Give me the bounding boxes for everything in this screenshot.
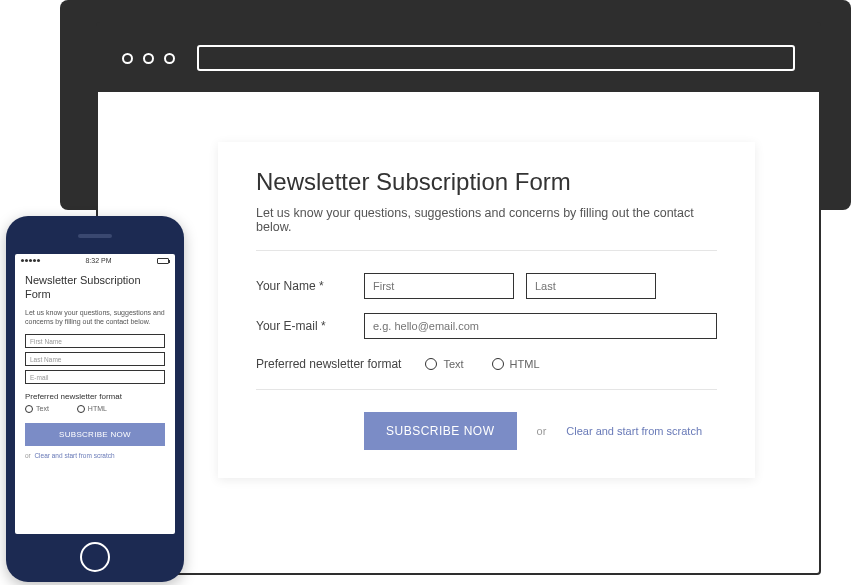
phone-last-name-input[interactable]: Last Name xyxy=(25,352,165,366)
phone-format-label: Preferred newsletter format xyxy=(25,392,165,401)
browser-topbar xyxy=(98,24,819,92)
window-dot[interactable] xyxy=(164,53,175,64)
phone-subscribe-button[interactable]: SUBSCRIBE NOW xyxy=(25,423,165,446)
phone-radio-text[interactable]: Text xyxy=(25,405,49,413)
radio-icon xyxy=(25,405,33,413)
window-controls xyxy=(122,53,175,64)
phone-radio-html-label: HTML xyxy=(88,405,107,412)
battery-icon xyxy=(157,258,169,264)
browser-content: Newsletter Subscription Form Let us know… xyxy=(98,92,819,498)
radio-text-label: Text xyxy=(443,358,463,370)
url-bar[interactable] xyxy=(197,45,795,71)
radio-icon xyxy=(77,405,85,413)
radio-html-option[interactable]: HTML xyxy=(492,358,540,370)
phone-or-text: or xyxy=(25,452,31,459)
form-actions: SUBSCRIBE NOW or Clear and start from sc… xyxy=(256,412,717,450)
name-label: Your Name * xyxy=(256,279,364,293)
clear-link[interactable]: Clear and start from scratch xyxy=(566,425,702,437)
phone-first-name-input[interactable]: First Name xyxy=(25,334,165,348)
form-title: Newsletter Subscription Form xyxy=(256,168,717,196)
phone-time: 8:32 PM xyxy=(85,257,111,264)
signal-icon xyxy=(21,259,40,262)
email-input[interactable] xyxy=(364,313,717,339)
phone-radio-text-label: Text xyxy=(36,405,49,412)
email-row: Your E-mail * xyxy=(256,313,717,339)
phone-home-button[interactable] xyxy=(80,542,110,572)
phone-clear-link[interactable]: Clear and start from scratch xyxy=(34,452,114,459)
phone-mockup: 8:32 PM Newsletter Subscription Form Let… xyxy=(6,216,184,582)
radio-icon xyxy=(425,358,437,370)
phone-statusbar: 8:32 PM xyxy=(15,254,175,267)
subscription-form-card: Newsletter Subscription Form Let us know… xyxy=(218,142,755,478)
phone-email-input[interactable]: E-mail xyxy=(25,370,165,384)
phone-screen: 8:32 PM Newsletter Subscription Form Let… xyxy=(15,254,175,534)
form-subtitle: Let us know your questions, suggestions … xyxy=(256,206,717,251)
last-name-input[interactable] xyxy=(526,273,656,299)
window-dot[interactable] xyxy=(143,53,154,64)
phone-radio-html[interactable]: HTML xyxy=(77,405,107,413)
phone-form-subtitle: Let us know your questions, suggestions … xyxy=(25,308,165,326)
phone-radio-group: Text HTML xyxy=(25,405,165,413)
window-dot[interactable] xyxy=(122,53,133,64)
format-row: Preferred newsletter format Text HTML xyxy=(256,357,717,390)
phone-content: Newsletter Subscription Form Let us know… xyxy=(15,267,175,465)
browser-window: Newsletter Subscription Form Let us know… xyxy=(96,22,821,575)
or-text: or xyxy=(537,425,547,437)
subscribe-button[interactable]: SUBSCRIBE NOW xyxy=(364,412,517,450)
radio-text-option[interactable]: Text xyxy=(425,358,463,370)
format-label: Preferred newsletter format xyxy=(256,357,401,371)
radio-icon xyxy=(492,358,504,370)
phone-footer: or Clear and start from scratch xyxy=(25,452,165,459)
first-name-input[interactable] xyxy=(364,273,514,299)
email-label: Your E-mail * xyxy=(256,319,364,333)
phone-form-title: Newsletter Subscription Form xyxy=(25,273,165,302)
radio-html-label: HTML xyxy=(510,358,540,370)
phone-speaker xyxy=(78,234,112,238)
name-row: Your Name * xyxy=(256,273,717,299)
